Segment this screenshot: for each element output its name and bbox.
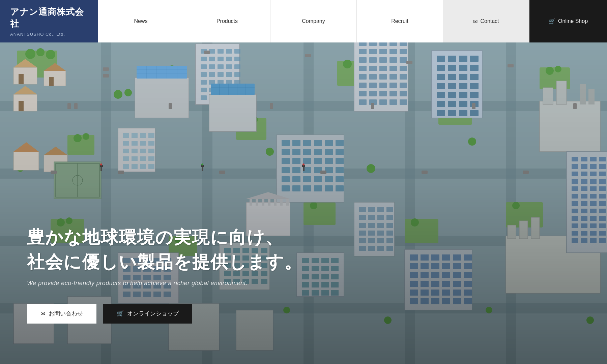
logo-area: アナン通商株式会社 ANANTSUSHO Co., Ltd. — [0, 0, 98, 42]
main-nav: News Products Company Recruit ✉ Contact — [98, 0, 529, 42]
header: アナン通商株式会社 ANANTSUSHO Co., Ltd. News Prod… — [0, 0, 607, 42]
nav-recruit[interactable]: Recruit — [357, 0, 443, 42]
hero-subtitle-en: We provide eco-friendly products to help… — [27, 280, 580, 287]
shop-button[interactable]: 🛒 オンラインショップ — [103, 304, 192, 324]
contact-button[interactable]: ✉ お問い合わせ — [27, 304, 96, 324]
nav-cart-icon: 🛒 — [549, 18, 555, 25]
nav-news[interactable]: News — [98, 0, 184, 42]
nav-company[interactable]: Company — [270, 0, 357, 42]
logo-jp: アナン通商株式会社 — [10, 6, 88, 30]
mail-icon: ✉ — [40, 310, 45, 317]
logo-en: ANANTSUSHO Co., Ltd. — [10, 32, 88, 37]
hero-buttons: ✉ お問い合わせ 🛒 オンラインショップ — [27, 304, 580, 324]
nav-online-shop[interactable]: 🛒 Online Shop — [529, 0, 607, 42]
hero-section: 豊かな地球環境の実現に向け、 社会に優しい製品を提供します。 We provid… — [0, 0, 607, 364]
nav-mail-icon: ✉ — [473, 18, 478, 25]
hero-title-jp: 豊かな地球環境の実現に向け、 社会に優しい製品を提供します。 — [27, 225, 580, 274]
nav-contact[interactable]: ✉ Contact — [443, 0, 529, 42]
nav-products[interactable]: Products — [184, 0, 270, 42]
cart-icon: 🛒 — [117, 310, 124, 317]
hero-content: 豊かな地球環境の実現に向け、 社会に優しい製品を提供します。 We provid… — [0, 0, 607, 364]
